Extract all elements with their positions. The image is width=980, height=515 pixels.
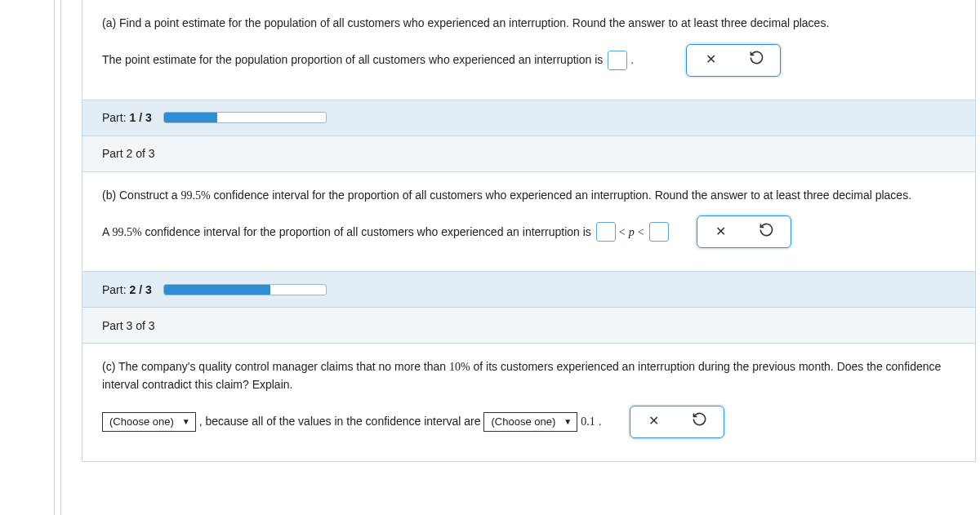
part-b-prompt-post: confidence interval for the proportion o…	[211, 189, 911, 202]
dropdown-contradict-label: (Choose one)	[109, 414, 174, 430]
progress-1-label: Part: 1 / 3	[102, 111, 152, 124]
progress-2-prefix: Part:	[102, 283, 129, 296]
part-b-prompt-pre: (b) Construct a	[102, 189, 180, 202]
ci-lower-input[interactable]	[596, 222, 616, 242]
ci-upper-input[interactable]	[649, 222, 669, 242]
progress-1-track	[163, 112, 327, 123]
panel-part-c: (c) The company's quality control manage…	[82, 344, 976, 461]
part-b-sentence: A 99.5% confidence interval for the prop…	[102, 224, 591, 242]
dropdown-relation[interactable]: (Choose one) ▼	[483, 412, 577, 432]
lt-1: <	[619, 224, 626, 242]
panel-part-a: (a) Find a point estimate for the popula…	[82, 0, 976, 100]
part-c-period: .	[599, 413, 602, 431]
part-b-sentence-pre: A	[102, 225, 112, 238]
progress-2-label: Part: 2 / 3	[102, 283, 152, 296]
part-2-header: Part 2 of 3	[82, 136, 976, 172]
p-symbol: p	[629, 224, 635, 242]
part-2-header-label: Part 2 of 3	[102, 147, 155, 160]
part-a-sentence: The point estimate for the population pr…	[102, 51, 603, 69]
toolbar-part-b	[697, 215, 791, 248]
part-a-period: .	[630, 51, 634, 69]
toolbar-part-c	[630, 406, 724, 438]
part-c-tenpct: 10%	[449, 361, 470, 373]
progress-bar-2: Part: 2 / 3	[82, 272, 976, 308]
progress-1-prefix: Part:	[102, 111, 129, 124]
progress-1-fill	[164, 113, 217, 122]
progress-2-fill	[164, 285, 271, 295]
left-rule-2	[60, 0, 61, 515]
progress-1-num: 1 / 3	[129, 111, 151, 124]
progress-2-num: 2 / 3	[129, 283, 151, 296]
part-b-pct1: 99.5%	[180, 189, 210, 202]
part-b-prompt: (b) Construct a 99.5% confidence interva…	[102, 187, 956, 205]
progress-bar-1: Part: 1 / 3	[82, 100, 976, 136]
point-estimate-input[interactable]	[608, 51, 627, 70]
reset-icon	[759, 222, 774, 243]
part-b-sentence-post: confidence interval for the proportion o…	[142, 225, 591, 238]
progress-2-track	[163, 284, 327, 295]
part-c-val: 0.1	[581, 413, 595, 431]
reset-button-a[interactable]	[741, 48, 772, 73]
dropdown-contradict[interactable]: (Choose one) ▼	[102, 412, 196, 432]
part-3-header-label: Part 3 of 3	[102, 319, 155, 332]
part-c-prompt: (c) The company's quality control manage…	[102, 358, 956, 393]
chevron-down-icon: ▼	[182, 415, 190, 428]
part-a-answer-row: The point estimate for the population pr…	[102, 44, 956, 77]
chevron-down-icon: ▼	[564, 415, 572, 428]
left-rule-1	[54, 0, 55, 515]
part-a-prompt: (a) Find a point estimate for the popula…	[102, 15, 956, 33]
part-b-answer-row: A 99.5% confidence interval for the prop…	[102, 215, 956, 248]
clear-button-c[interactable]	[639, 410, 670, 434]
lt-2: <	[638, 224, 644, 242]
panel-part-b: (b) Construct a 99.5% confidence interva…	[82, 172, 976, 273]
part-c-prompt-pre: (c) The company's quality control manage…	[102, 360, 449, 373]
dropdown-relation-label: (Choose one)	[491, 414, 555, 430]
part-c-answer-row: (Choose one) ▼ , because all of the valu…	[102, 406, 956, 438]
reset-icon	[749, 50, 764, 71]
toolbar-part-a	[686, 44, 781, 77]
reset-icon	[692, 411, 707, 433]
part-b-pct2: 99.5%	[112, 226, 141, 238]
reset-button-c[interactable]	[684, 410, 715, 434]
clear-button-b[interactable]	[706, 220, 737, 244]
clear-button-a[interactable]	[695, 48, 726, 73]
part-3-header: Part 3 of 3	[82, 308, 976, 344]
reset-button-b[interactable]	[751, 220, 782, 244]
part-c-mid: , because all of the values in the confi…	[199, 413, 481, 431]
